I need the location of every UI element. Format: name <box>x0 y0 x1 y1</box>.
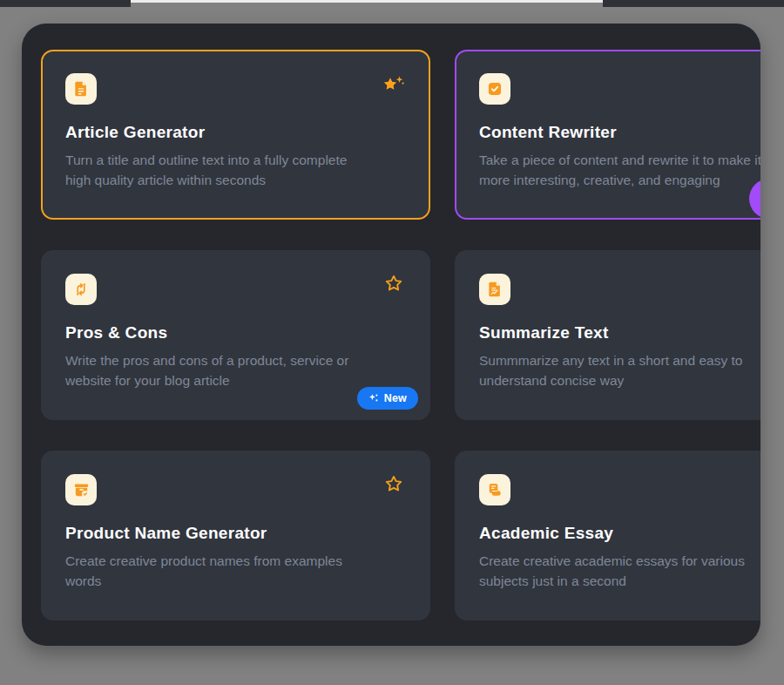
swap-arrows-icon <box>72 281 90 298</box>
card-product-name-generator[interactable]: Product Name Generator Create creative p… <box>41 451 430 621</box>
tool-card-grid: Article Generator Turn a title and outli… <box>41 50 760 621</box>
card-article-generator[interactable]: Article Generator Turn a title and outli… <box>41 50 430 220</box>
favorite-star-filled-icon[interactable] <box>381 75 405 96</box>
icon-tile <box>65 474 97 505</box>
icon-tile <box>65 274 97 305</box>
sparkle-icon <box>368 393 379 404</box>
card-content-rewriter[interactable]: Content Rewriter Take a piece of content… <box>455 50 760 220</box>
card-description: Take a piece of content and rewrite it t… <box>479 150 760 190</box>
scroll-icon <box>486 481 504 498</box>
card-description: Summmarize any text in a short and easy … <box>479 350 760 390</box>
package-check-icon <box>72 481 91 499</box>
card-description: Create creative product names from examp… <box>65 551 406 591</box>
card-title: Pros & Cons <box>65 323 406 342</box>
card-title: Summarize Text <box>479 323 760 342</box>
card-title: Article Generator <box>65 123 406 142</box>
card-summarize-text[interactable]: Summarize Text Summmarize any text in a … <box>455 250 760 420</box>
card-academic-essay[interactable]: Academic Essay Create creative academic … <box>455 451 760 621</box>
top-left-window-edge <box>0 0 131 7</box>
summarize-document-icon <box>486 281 504 298</box>
checkbox-icon <box>486 80 504 98</box>
document-icon <box>72 80 90 98</box>
card-title: Product Name Generator <box>65 524 406 543</box>
top-right-window-edge <box>603 0 784 7</box>
favorite-star-outline-icon[interactable] <box>382 474 407 495</box>
icon-tile <box>479 474 510 505</box>
new-badge-label: New <box>384 392 407 404</box>
card-description: Turn a title and outline text into a ful… <box>65 150 406 190</box>
icon-tile <box>65 73 97 105</box>
icon-tile <box>479 73 510 105</box>
card-title: Academic Essay <box>479 524 760 543</box>
card-title: Content Rewriter <box>479 123 760 142</box>
favorite-star-outline-icon[interactable] <box>382 274 407 295</box>
icon-tile <box>479 274 510 305</box>
card-pros-cons[interactable]: Pros & Cons Write the pros and cons of a… <box>41 250 430 420</box>
card-description: Write the pros and cons of a product, se… <box>65 350 406 390</box>
tools-panel: Article Generator Turn a title and outli… <box>22 24 760 646</box>
card-description: Create creative academic essays for vari… <box>479 551 760 591</box>
new-badge: New <box>357 387 418 410</box>
